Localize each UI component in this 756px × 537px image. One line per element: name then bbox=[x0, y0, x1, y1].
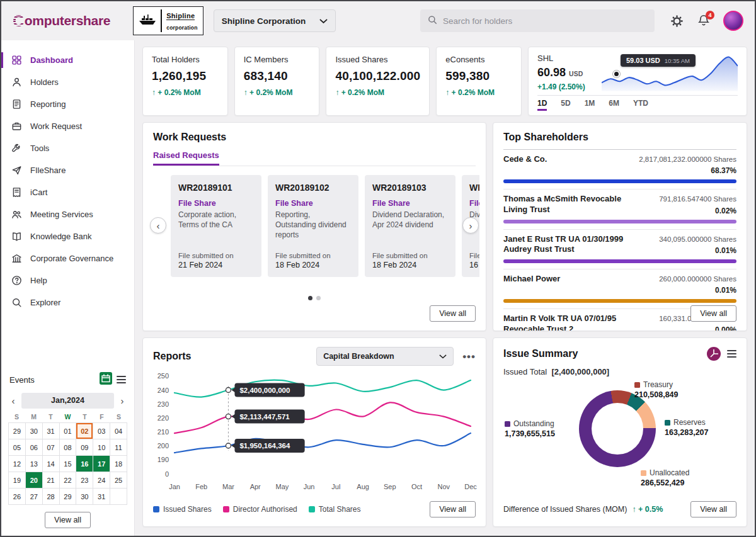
stat-delta: ↑ + 0.2% MoM bbox=[152, 88, 219, 97]
carousel-next-icon[interactable]: › bbox=[462, 217, 479, 234]
stat-label: Total Holders bbox=[152, 55, 219, 64]
calendar-day-19[interactable]: 19 bbox=[9, 472, 26, 489]
issued-total-label: Issued Total bbox=[503, 367, 547, 376]
sidebar-item-reporting[interactable]: Reporting bbox=[1, 93, 134, 115]
reporting-icon bbox=[11, 99, 23, 110]
calendar-day-25[interactable]: 25 bbox=[110, 472, 127, 489]
calendar-day-18[interactable]: 18 bbox=[110, 456, 127, 472]
settings-gear-icon[interactable] bbox=[670, 14, 684, 28]
work-request-card[interactable]: WR20189101 File Share Corporate action, … bbox=[171, 175, 261, 277]
computershare-c-mark: C bbox=[13, 12, 24, 30]
sidebar-item-explorer[interactable]: Explorer bbox=[1, 291, 134, 314]
topbar: C omputershare Shipline corporation Ship… bbox=[1, 1, 755, 40]
work-request-submitted-label: File submitted on bbox=[372, 252, 448, 259]
events-list-view-icon[interactable] bbox=[117, 376, 126, 383]
sidebar-item-corporate-governance[interactable]: Corporate Governance bbox=[1, 247, 134, 269]
shareholder-percent: 68.37% bbox=[639, 165, 736, 176]
calendar-day-29[interactable]: 29 bbox=[60, 489, 77, 505]
carousel-dot-2[interactable] bbox=[316, 296, 321, 300]
calendar-day-17[interactable]: 17 bbox=[93, 456, 110, 472]
issue-summary-list-view-icon[interactable] bbox=[727, 350, 736, 358]
sidebar-item-fileshare[interactable]: FIleShare bbox=[1, 159, 134, 181]
shl-range-ytd[interactable]: YTD bbox=[633, 99, 648, 111]
calendar-day-01[interactable]: 01 bbox=[60, 423, 77, 439]
issue-summary-view-all-button[interactable]: View all bbox=[690, 501, 736, 517]
user-avatar[interactable] bbox=[723, 11, 743, 31]
events-view-all-button[interactable]: View all bbox=[45, 512, 91, 528]
calendar-day-14[interactable]: 14 bbox=[43, 456, 60, 472]
calendar-day-27[interactable]: 27 bbox=[26, 489, 43, 505]
work-request-file-share-link[interactable]: File bbox=[469, 199, 479, 208]
sidebar-item-work-request[interactable]: Work Request bbox=[1, 115, 134, 137]
pie-chart-view-icon[interactable] bbox=[707, 347, 721, 361]
search-input[interactable] bbox=[443, 16, 647, 26]
search-bar[interactable] bbox=[420, 9, 655, 32]
sidebar-item-dashboard[interactable]: Dashboard bbox=[1, 49, 134, 71]
company-selector[interactable]: Shipline Corporation bbox=[214, 9, 336, 32]
weekday-header: SMTWTFS bbox=[8, 413, 127, 421]
next-month-icon[interactable]: › bbox=[117, 396, 127, 405]
calendar-day-06[interactable]: 06 bbox=[26, 439, 43, 456]
calendar-day-10[interactable]: 10 bbox=[93, 439, 110, 456]
calendar-day-22[interactable]: 22 bbox=[60, 472, 77, 489]
sidebar-item-meeting-services[interactable]: Meeting Services bbox=[1, 203, 134, 225]
calendar-day-21[interactable]: 21 bbox=[43, 472, 60, 489]
sidebar-item-tools[interactable]: Tools bbox=[1, 137, 134, 159]
sidebar-item-icart[interactable]: iCart bbox=[1, 181, 134, 203]
calendar-day-29[interactable]: 29 bbox=[9, 423, 26, 439]
top-shareholders-view-all-button[interactable]: View all bbox=[690, 305, 736, 322]
sparkline-marker[interactable] bbox=[613, 71, 620, 77]
work-request-card[interactable]: WR20189102 File Share Reporting, Outstan… bbox=[268, 175, 358, 277]
shl-range-5d[interactable]: 5D bbox=[561, 99, 570, 111]
shl-currency: USD bbox=[569, 70, 583, 77]
prev-month-icon[interactable]: ‹ bbox=[8, 396, 18, 405]
carousel-dot-1[interactable] bbox=[308, 296, 312, 300]
work-requests-view-all-button[interactable]: View all bbox=[430, 305, 476, 322]
calendar-day-04[interactable]: 04 bbox=[110, 423, 127, 439]
shl-range-1d[interactable]: 1D bbox=[537, 99, 547, 111]
calendar-day-15[interactable]: 15 bbox=[60, 456, 77, 472]
work-request-file-share-link[interactable]: File Share bbox=[178, 199, 254, 208]
calendar-day-07[interactable]: 07 bbox=[43, 439, 60, 456]
work-request-file-share-link[interactable]: File Share bbox=[372, 199, 448, 208]
sidebar-item-help[interactable]: Help bbox=[1, 269, 134, 291]
computershare-logo: C omputershare bbox=[13, 12, 110, 30]
sidebar-item-knowledge-bank[interactable]: Knowledge Bank bbox=[1, 225, 134, 247]
work-request-file-share-link[interactable]: File Share bbox=[275, 199, 351, 208]
calendar-day-23[interactable]: 23 bbox=[76, 472, 93, 489]
calendar-day-20[interactable]: 20 bbox=[26, 472, 43, 489]
month-label: Jan,2024 bbox=[21, 393, 114, 409]
calendar-day-16[interactable]: 16 bbox=[76, 456, 93, 472]
calendar-day-31[interactable]: 31 bbox=[43, 423, 60, 439]
calendar-day-28[interactable]: 28 bbox=[43, 489, 60, 505]
carousel-prev-icon[interactable]: ‹ bbox=[150, 217, 166, 234]
shl-range-6m[interactable]: 6M bbox=[609, 99, 619, 111]
calendar-day-09[interactable]: 09 bbox=[76, 439, 93, 456]
calendar-day-31[interactable]: 31 bbox=[93, 489, 110, 505]
capital-breakdown-select[interactable]: Capital Breakdown bbox=[316, 347, 454, 366]
calendar-day-03[interactable]: 03 bbox=[93, 423, 110, 439]
calendar-day-13[interactable]: 13 bbox=[26, 456, 43, 472]
calendar-day-08[interactable]: 08 bbox=[60, 439, 77, 456]
calendar-day-30[interactable]: 30 bbox=[26, 423, 43, 439]
calendar-view-icon[interactable] bbox=[100, 372, 112, 387]
calendar-day-24[interactable]: 24 bbox=[93, 472, 110, 489]
notifications-bell-icon[interactable]: 4 bbox=[697, 14, 711, 28]
calendar-day-02[interactable]: 02 bbox=[76, 423, 93, 439]
calendar-day-05[interactable]: 05 bbox=[9, 439, 26, 456]
reports-view-all-button[interactable]: View all bbox=[430, 501, 476, 517]
client-logo-line2: corporation bbox=[166, 25, 197, 31]
work-request-card[interactable]: WR20189103 File Share Dividend Declarati… bbox=[365, 175, 455, 277]
weekday-label: W bbox=[59, 413, 76, 421]
svg-text:Aug: Aug bbox=[357, 483, 369, 490]
tab-raised-requests[interactable]: Raised Requests bbox=[153, 150, 219, 166]
svg-text:Jan: Jan bbox=[169, 483, 180, 490]
svg-text:220: 220 bbox=[158, 414, 169, 422]
calendar-day-30[interactable]: 30 bbox=[76, 489, 93, 505]
shl-range-1m[interactable]: 1M bbox=[585, 99, 595, 111]
calendar-day-11[interactable]: 11 bbox=[110, 439, 127, 456]
more-options-icon[interactable]: ••• bbox=[462, 351, 476, 362]
calendar-day-26[interactable]: 26 bbox=[9, 489, 26, 505]
calendar-day-12[interactable]: 12 bbox=[9, 456, 26, 472]
sidebar-item-holders[interactable]: Holders bbox=[1, 71, 134, 93]
